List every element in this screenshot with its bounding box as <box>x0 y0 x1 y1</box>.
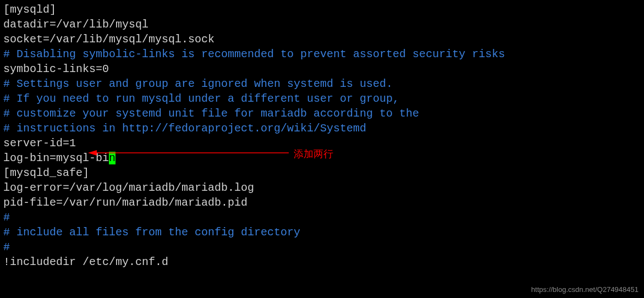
config-line: # <box>3 240 641 255</box>
watermark-text: https://blog.csdn.net/Q274948451 <box>531 285 639 295</box>
config-line: # instructions in http://fedoraproject.o… <box>3 121 641 136</box>
config-line: # <box>3 210 641 225</box>
config-line: # include all files from the config dire… <box>3 225 641 240</box>
config-line: # Disabling symbolic-links is recommende… <box>3 47 641 62</box>
config-line: [mysqld] <box>3 2 641 17</box>
config-line: [mysqld_safe] <box>3 165 641 180</box>
config-line: !includedir /etc/my.cnf.d <box>3 255 641 269</box>
config-line: datadir=/var/lib/mysql <box>3 17 641 32</box>
config-line: socket=/var/lib/mysql/mysql.sock <box>3 32 641 47</box>
terminal-output: [mysqld]datadir=/var/lib/mysqlsocket=/va… <box>3 2 641 269</box>
config-line: # customize your systemd unit file for m… <box>3 106 641 121</box>
config-line: # If you need to run mysqld under a diff… <box>3 91 641 106</box>
config-line: symbolic-links=0 <box>3 62 641 76</box>
annotation-label: 添加两行 <box>294 147 333 161</box>
config-line: pid-file=/var/run/mariadb/mariadb.pid <box>3 195 641 210</box>
cursor: n <box>109 152 115 164</box>
config-line: log-error=/var/log/mariadb/mariadb.log <box>3 180 641 195</box>
config-line: # Settings user and group are ignored wh… <box>3 76 641 91</box>
